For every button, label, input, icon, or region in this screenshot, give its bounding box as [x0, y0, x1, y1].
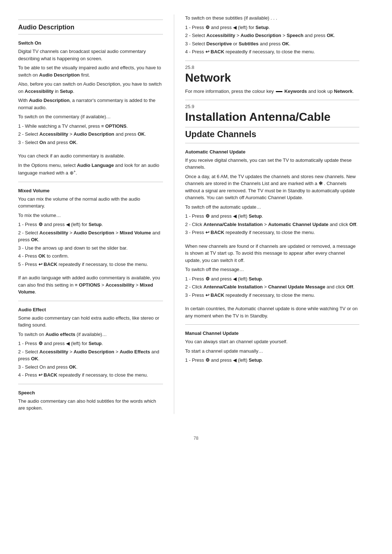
audio-description-title: Audio Description — [18, 24, 163, 31]
auto-update-step2: 2 - Click Antenna/Cable Installation > A… — [185, 221, 359, 228]
switch-off-step1: 1 - Press ⚙ and press ◀ (left) Setup. — [185, 275, 359, 283]
audio-effect-step1: 1 - Press ⚙ and press ◀ (left) for Setup… — [18, 340, 163, 347]
auto-update-step3: 3 - Press ↩ BACK repeatedly if necessary… — [185, 229, 359, 236]
manual-update-to-start: To start a channel update manually… — [185, 348, 359, 355]
switch-on-to-switch: To switch on the commentary (if availabl… — [18, 113, 163, 120]
top-divider — [18, 20, 163, 20]
mixed-volume-step5: 5 - Press ↩ BACK repeatedly if necessary… — [18, 261, 163, 268]
title-divider — [18, 34, 163, 34]
speech-step1: 1 - Press ⚙ and press ◀ (left) for Setup… — [185, 24, 359, 31]
network-title: Network — [185, 71, 359, 84]
switch-off-msg-label: To switch off the message… — [185, 266, 359, 273]
installation-title: Installation Antenna/Cable — [185, 111, 359, 123]
switch-on-note1: You can check if an audio commentary is … — [18, 152, 163, 160]
audio-effect-to-switch: To switch on Audio effects (if available… — [18, 331, 163, 338]
mixed-volume-step3: 3 - Use the arrows up and down to set th… — [18, 245, 163, 252]
keywords-dash — [276, 91, 282, 92]
audio-effect-step3: 3 - Select On and press OK. — [18, 364, 163, 371]
audio-effect-divider — [18, 301, 163, 301]
manual-update-heading: Manual Channel Update — [185, 331, 359, 336]
switch-on-step3: 3 - Select On and press OK. — [18, 139, 163, 146]
speech-para1: The audio commentary can also hold subti… — [18, 398, 163, 412]
page-number: 78 — [0, 436, 392, 441]
speech-step3: 3 - Select Descriptive or Subtitles and … — [185, 40, 359, 48]
speech-step4: 4 - Press ↩ BACK repeatedly if necessary… — [185, 48, 359, 56]
mixed-volume-step4: 4 - Press OK to confirm. — [18, 253, 163, 260]
mixed-volume-note: If an audio language with added audio co… — [18, 274, 163, 296]
speech-step2: 2 - Select Accessibility > Audio Descrip… — [185, 32, 359, 39]
update-channels-heading: Update Channels — [185, 130, 359, 139]
switch-off-step2: 2 - Click Antenna/Cable Installation > C… — [185, 283, 359, 291]
auto-update-note: When new channels are found or if channe… — [185, 243, 359, 264]
auto-update-heading: Automatic Channel Update — [185, 149, 359, 155]
speech-to-switch: To switch on these subtitles (if availab… — [185, 15, 359, 22]
auto-update-to-switch: To switch off the automatic update… — [185, 204, 359, 211]
network-top-divider — [185, 61, 359, 61]
auto-update-para1: If you receive digital channels, you can… — [185, 157, 359, 171]
mixed-volume-heading: Mixed Volume — [18, 188, 163, 193]
mixed-volume-step1: 1 - Press ⚙ and press ◀ (left) for Setup… — [18, 221, 163, 228]
audio-effect-step2: 2 - Select Accessibility > Audio Descrip… — [18, 348, 163, 362]
auto-update-step1: 1 - Press ⚙ and press ◀ (left) Setup. — [185, 213, 359, 220]
speech-heading: Speech — [18, 390, 163, 395]
switch-on-para2: To be able to set the visually impaired … — [18, 64, 163, 78]
audio-effect-step4: 4 - Press ↩ BACK repeatedly if necessary… — [18, 372, 163, 379]
network-section-number: 25.8 — [185, 65, 359, 70]
mixed-volume-para1: You can mix the volume of the normal aud… — [18, 196, 163, 210]
switch-on-heading: Switch On — [18, 40, 163, 46]
switch-on-step2: 2 - Select Accessibility > Audio Descrip… — [18, 131, 163, 138]
manual-update-divider — [185, 324, 359, 325]
audio-effect-para1: Some audio commentary can hold extra aud… — [18, 315, 163, 329]
mixed-volume-step2: 2 - Select Accessibility > Audio Descrip… — [18, 229, 163, 243]
network-para: For more information, press the colour k… — [185, 88, 359, 95]
switch-on-note2: In the Options menu, select Audio Langua… — [18, 162, 163, 177]
audio-effect-heading: Audio Effect — [18, 307, 163, 312]
update-channels-bottom-divider — [185, 143, 359, 143]
switch-off-step3: 3 - Press ↩ BACK repeatedly if necessary… — [185, 292, 359, 299]
switch-on-para4: With Audio Description, a narrator's com… — [18, 97, 163, 111]
auto-update-note2: In certain countries, the Automatic chan… — [185, 305, 359, 319]
auto-update-para2: Once a day, at 6 AM, the TV updates the … — [185, 173, 359, 201]
mixed-volume-divider — [18, 182, 163, 182]
mixed-volume-to-mix: To mix the volume… — [18, 212, 163, 219]
update-channels-divider — [185, 127, 359, 127]
installation-top-divider — [185, 100, 359, 100]
manual-update-para1: You can always start an channel update y… — [185, 338, 359, 345]
right-column: To switch on these subtitles (if availab… — [174, 15, 377, 414]
switch-on-step1: 1 - While watching a TV channel, press ≡… — [18, 123, 163, 130]
switch-on-para3: Also, before you can switch on Audio Des… — [18, 81, 163, 95]
installation-section-number: 25.9 — [185, 104, 359, 109]
left-column: Audio Description Switch On Digital TV c… — [0, 15, 174, 414]
manual-update-step1: 1 - Press ⚙ and press ◀ (left) Setup. — [185, 357, 359, 364]
switch-on-para1: Digital TV channels can broadcast specia… — [18, 48, 163, 62]
speech-divider — [18, 384, 163, 384]
